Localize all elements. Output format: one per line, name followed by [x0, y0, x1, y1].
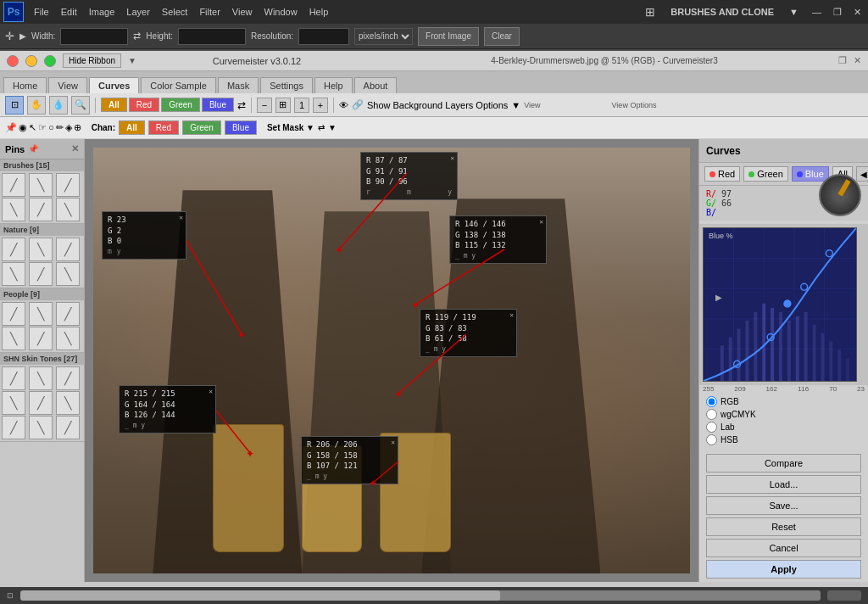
pin-group-people-header[interactable]: People [9] [0, 288, 84, 300]
pin-group-nature-header[interactable]: Nature [9] [0, 224, 84, 236]
arrange-icon[interactable]: ⊞ [640, 3, 660, 20]
zoom-out-btn[interactable]: − [257, 98, 272, 113]
color-mode-lab[interactable]: Lab [706, 422, 861, 433]
pin-item[interactable]: ╱ [29, 262, 53, 286]
pin-item[interactable]: ╲ [29, 366, 53, 390]
chan-down-icon[interactable]: ▼ [328, 123, 337, 132]
pin-item[interactable]: ╲ [2, 262, 25, 286]
plugin-close-icon[interactable]: ✕ [854, 55, 861, 66]
tab-home[interactable]: Home [3, 77, 47, 93]
minimize-btn[interactable]: — [809, 5, 825, 19]
lasso-tool[interactable]: ○ [48, 122, 54, 133]
pin-item[interactable]: ╱ [2, 416, 25, 439]
pin-item[interactable]: ╲ [56, 391, 80, 415]
reset-button[interactable]: Reset [706, 517, 861, 536]
tab-color-sample[interactable]: Color Sample [141, 77, 216, 93]
pin-item[interactable]: ╱ [56, 238, 80, 261]
pin-item[interactable]: ╲ [29, 238, 53, 261]
brush-tool[interactable]: ✏ [56, 122, 64, 133]
width-input[interactable] [60, 28, 128, 45]
pin-group-brushes-header[interactable]: Brushes [15] [0, 159, 84, 171]
clear-button[interactable]: Clear [484, 27, 520, 46]
resolution-unit[interactable]: pixels/inch [354, 28, 413, 45]
tab-about[interactable]: About [354, 77, 398, 93]
channel-blue-btn[interactable]: Blue [202, 98, 234, 112]
save-button[interactable]: Save... [706, 496, 861, 515]
tab-mask[interactable]: Mask [218, 77, 259, 93]
hide-tool[interactable]: ◉ [19, 122, 27, 133]
menu-file[interactable]: File [29, 5, 54, 19]
color-mode-rgb[interactable]: RGB [706, 396, 861, 407]
pan-tool[interactable]: ☞ [38, 122, 47, 133]
pin-item[interactable]: ╱ [2, 302, 25, 326]
pin-item[interactable]: ╲ [29, 173, 53, 197]
measurement-box-6[interactable]: ✕ R 206 / 206 G 158 / 158 B 107 / 121 _ … [301, 436, 398, 484]
measurement-box-3[interactable]: ✕ R 146 / 146 G 138 / 138 B 115 / 132 _ … [449, 215, 547, 264]
pin-item[interactable]: ╱ [56, 416, 80, 439]
menu-image[interactable]: Image [84, 5, 120, 19]
cancel-button[interactable]: Cancel [706, 539, 861, 557]
measurement-close-3[interactable]: ✕ [539, 217, 543, 226]
tab-settings[interactable]: Settings [260, 77, 313, 93]
zoom-rect-tool[interactable]: ⊡ [5, 96, 24, 115]
fit-btn[interactable]: ⊞ [275, 98, 291, 113]
set-mask-btn[interactable]: Set Mask ▼ [267, 123, 314, 132]
pin-item[interactable]: ╲ [56, 262, 80, 286]
color-mode-cmyk[interactable]: wgCMYK [706, 409, 861, 420]
menu-filter[interactable]: Filter [194, 5, 225, 19]
plugin-restore-btn[interactable]: ❐ [838, 55, 847, 66]
pin-item[interactable]: ╱ [56, 302, 80, 326]
plugin-close-btn[interactable] [7, 55, 19, 67]
channel-red-btn[interactable]: Red [129, 98, 159, 112]
pin-item[interactable]: ╱ [2, 173, 25, 197]
scrollbar-v[interactable] [827, 590, 861, 601]
scrollbar-h[interactable] [20, 590, 821, 601]
pin-item[interactable]: ╱ [56, 173, 80, 197]
pin-add-tool[interactable]: 📌 [5, 122, 17, 133]
pin-item[interactable]: ╱ [2, 238, 25, 261]
height-input[interactable] [178, 28, 246, 45]
menu-help[interactable]: Help [304, 5, 334, 19]
measurement-close-5[interactable]: ✕ [209, 387, 213, 396]
cursor-tool[interactable]: ↖ [29, 122, 36, 133]
measurement-close-2[interactable]: ✕ [179, 213, 183, 222]
resolution-input[interactable] [298, 28, 349, 45]
zoom-in-btn[interactable]: + [313, 98, 328, 113]
chan-red-btn[interactable]: Red [148, 120, 179, 135]
tab-curves[interactable]: Curves [89, 77, 139, 93]
pin-item[interactable]: ╲ [2, 327, 25, 350]
pin-item[interactable]: ╲ [56, 198, 80, 221]
measurement-box-4[interactable]: ✕ R 119 / 119 G 83 / 83 B 61 / 58 _ m y [420, 309, 517, 357]
plugin-min-btn[interactable] [25, 55, 37, 67]
load-button[interactable]: Load... [706, 475, 861, 494]
menu-view[interactable]: View [227, 5, 258, 19]
measurement-box-5[interactable]: ✕ R 215 / 215 G 164 / 164 B 126 / 144 _ … [119, 385, 216, 433]
chan-extra-icon[interactable]: ⇄ [318, 123, 325, 132]
menu-layer[interactable]: Layer [121, 5, 155, 19]
magnify-tool[interactable]: 🔍 [71, 96, 90, 115]
tab-view[interactable]: View [48, 77, 87, 93]
pin-item[interactable]: ╱ [29, 391, 53, 415]
ch-prev-btn[interactable]: ◀ [856, 166, 868, 182]
tab-help[interactable]: Help [314, 77, 353, 93]
menu-window[interactable]: Window [259, 5, 303, 19]
pin-item[interactable]: ╲ [29, 302, 53, 326]
channel-all-btn[interactable]: All [101, 98, 127, 112]
plugin-max-btn[interactable] [44, 55, 56, 67]
eyedropper-tool[interactable]: 💧 [49, 96, 68, 115]
pin-item[interactable]: ╲ [2, 391, 25, 415]
chan-green-btn[interactable]: Green [182, 120, 221, 135]
chan-all-btn[interactable]: All [119, 120, 145, 135]
zoom-100-btn[interactable]: 1 [294, 98, 309, 113]
measurement-close-4[interactable]: ✕ [509, 310, 514, 320]
color-mode-hsb[interactable]: HSB [706, 434, 861, 445]
pins-close-btn[interactable]: ✕ [71, 143, 79, 154]
hide-ribbon-dropdown[interactable]: ▼ [128, 56, 136, 65]
pin-item[interactable]: ╲ [29, 416, 53, 439]
show-bg-layers-btn[interactable]: 👁 🔗 Show Background Layers Options [339, 99, 508, 110]
menu-select[interactable]: Select [157, 5, 193, 19]
compare-button[interactable]: Compare [706, 454, 861, 473]
close-btn[interactable]: ✕ [850, 5, 865, 20]
chan-blue-btn[interactable]: Blue [225, 120, 257, 135]
curve-canvas[interactable]: Blue % ▶ [703, 227, 857, 382]
